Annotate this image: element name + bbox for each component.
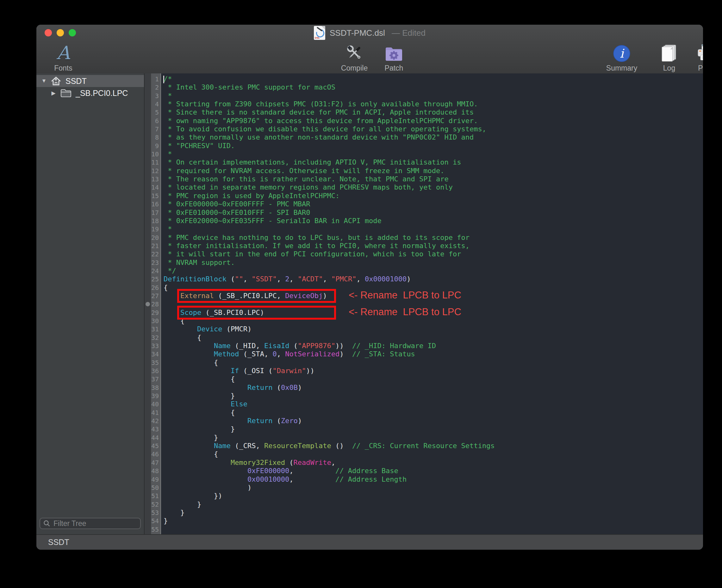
- line-number: 23: [151, 258, 161, 267]
- line-number: 15: [151, 192, 161, 200]
- patch-button[interactable]: Patch: [377, 44, 411, 72]
- print-button[interactable]: Print: [688, 44, 703, 72]
- code-line: /*: [164, 75, 703, 83]
- fonts-icon: A: [57, 44, 70, 62]
- code-line: * To avoid confusion we disable this dev…: [164, 125, 703, 133]
- line-number: 32: [151, 334, 161, 342]
- code-line: {: [164, 408, 703, 417]
- window-chrome: DSL SSDT-PMC.dsl — Edited A Fonts: [36, 25, 703, 74]
- filter-tree-field[interactable]: [40, 518, 141, 529]
- line-number: 10: [151, 150, 161, 158]
- line-number: 30: [151, 317, 161, 325]
- code-editor[interactable]: 1234567891011121314151617181920212223242…: [145, 74, 703, 535]
- line-number: 53: [151, 508, 161, 517]
- line-number: 37: [151, 375, 161, 383]
- code-line: [164, 525, 703, 533]
- rename-highlight-box: [177, 289, 336, 303]
- line-number: 47: [151, 459, 161, 467]
- code-line: *: [164, 225, 703, 233]
- code-line: DefinitionBlock ("", "SSDT", 2, "ACDT", …: [164, 275, 703, 283]
- document-icon: DSL: [314, 26, 325, 40]
- line-number: 4: [151, 100, 161, 108]
- line-number: 35: [151, 359, 161, 367]
- info-icon: i: [613, 44, 630, 62]
- titlebar: DSL SSDT-PMC.dsl — Edited: [36, 25, 703, 41]
- line-number: 3: [151, 92, 161, 100]
- code-line: Method (_STA, 0, NotSerialized) // _STA:…: [164, 350, 703, 358]
- text-caret: [163, 76, 164, 83]
- code-line: * Since there is no standard device for …: [164, 108, 703, 117]
- line-number: 14: [151, 183, 161, 191]
- code-line: * as they normally use another non-stand…: [164, 133, 703, 142]
- line-number: 11: [151, 158, 161, 166]
- line-number: 42: [151, 417, 161, 425]
- line-number: 46: [151, 450, 161, 458]
- code-line: * it will start in the end of PCI config…: [164, 250, 703, 258]
- edited-status: — Edited: [389, 28, 426, 38]
- code-line: * PMC device has nothing to do to LPC bu…: [164, 234, 703, 242]
- fonts-button[interactable]: A Fonts: [43, 44, 84, 72]
- line-number: 43: [151, 425, 161, 433]
- line-number: 33: [151, 342, 161, 350]
- house-icon: [51, 76, 61, 86]
- sidebar-item-ssdt[interactable]: ▼ SSDT: [36, 75, 144, 87]
- compile-icon: [345, 44, 363, 62]
- line-number: 13: [151, 175, 161, 183]
- line-number: 6: [151, 117, 161, 125]
- filter-tree-input[interactable]: [53, 519, 148, 528]
- code-line: }: [164, 517, 703, 525]
- code-line: Memory32Fixed (ReadWrite,: [164, 459, 703, 467]
- line-number: 29: [151, 309, 161, 317]
- code-line: }: [164, 392, 703, 400]
- line-number: 26: [151, 284, 161, 292]
- line-number: 54: [151, 517, 161, 525]
- code-line: * located in separate memory regions and…: [164, 183, 703, 191]
- disclosure-expanded-icon[interactable]: ▼: [41, 78, 47, 84]
- code-line: }: [164, 500, 703, 508]
- window-title-group: DSL SSDT-PMC.dsl — Edited: [36, 25, 703, 41]
- line-number: 25: [151, 275, 161, 283]
- code-line: 0x00010000, // Address Length: [164, 475, 703, 484]
- code-line: }): [164, 492, 703, 500]
- line-number: 18: [151, 217, 161, 225]
- code-line: *: [164, 92, 703, 100]
- line-number: 36: [151, 367, 161, 375]
- code-line: Return (Zero): [164, 417, 703, 425]
- status-bar: SSDT: [36, 534, 703, 550]
- disclosure-collapsed-icon[interactable]: ▶: [50, 90, 57, 97]
- code-line: 0xFE000000, // Address Base: [164, 467, 703, 475]
- line-number-gutter: 1234567891011121314151617181920212223242…: [151, 74, 161, 535]
- code-line: Name (_HID, EisaId ("APP9876")) // _HID:…: [164, 342, 703, 350]
- code-line: {: [164, 375, 703, 383]
- code-line: }: [164, 434, 703, 442]
- line-number: 27: [151, 292, 161, 300]
- code-line: }: [164, 425, 703, 433]
- search-icon: [43, 520, 50, 527]
- line-number: 50: [151, 484, 161, 492]
- code-line: {: [164, 450, 703, 458]
- rename-annotation: <- Rename LPCB to LPC: [349, 306, 461, 318]
- line-number: 2: [151, 83, 161, 91]
- summary-button[interactable]: i Summary: [596, 44, 647, 72]
- line-number: 7: [151, 125, 161, 133]
- line-number: 24: [151, 267, 161, 275]
- code-line: * "PCHRESV" UID.: [164, 142, 703, 150]
- code-line: * On certain implementations, including …: [164, 158, 703, 166]
- tree-sidebar: ▼ SSDT ▶: [36, 74, 145, 535]
- line-number: 55: [151, 525, 161, 533]
- rename-annotation: <- Rename LPCB to LPC: [349, 290, 461, 301]
- code-lines[interactable]: /* * Intel 300-series PMC support for ma…: [162, 74, 703, 535]
- code-line: Else: [164, 400, 703, 408]
- code-line: * required for NVRAM access. Otherwise i…: [164, 167, 703, 175]
- maciasl-window: DSL SSDT-PMC.dsl — Edited A Fonts: [36, 25, 703, 550]
- toolbar: A Fonts: [36, 41, 703, 73]
- code-line: {: [164, 359, 703, 367]
- sidebar-item-sb-pci0-lpc[interactable]: ▶ _SB.PCI0.LPC: [36, 87, 144, 99]
- line-number: 16: [151, 200, 161, 208]
- compile-button[interactable]: Compile: [332, 44, 377, 72]
- line-number: 31: [151, 325, 161, 333]
- line-number: 41: [151, 408, 161, 417]
- code-line: Name (_CRS, ResourceTemplate () // _CRS:…: [164, 442, 703, 450]
- log-button[interactable]: Log: [652, 44, 686, 72]
- code-line: * The reason for this is rather unclear.…: [164, 175, 703, 183]
